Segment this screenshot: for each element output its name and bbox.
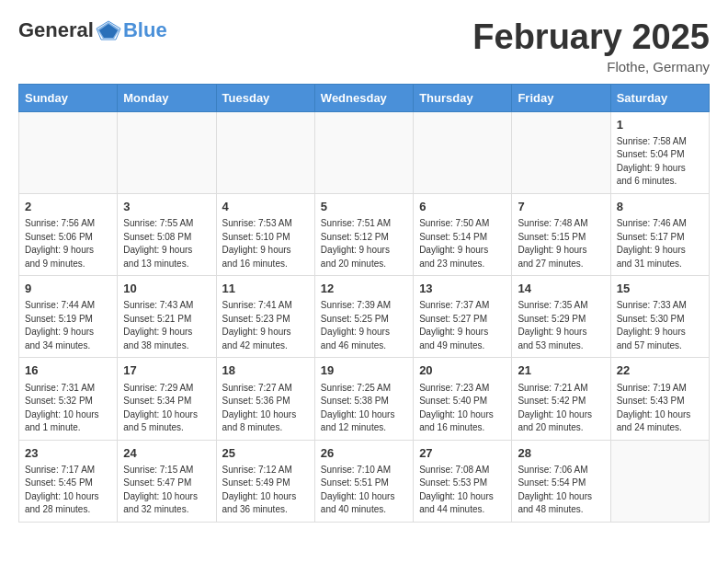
calendar-cell: 20Sunrise: 7:23 AM Sunset: 5:40 PM Dayli… [414,358,512,440]
day-info: Sunrise: 7:35 AM Sunset: 5:29 PM Dayligh… [518,299,604,352]
calendar-cell: 16Sunrise: 7:31 AM Sunset: 5:32 PM Dayli… [19,358,118,440]
day-info: Sunrise: 7:56 AM Sunset: 5:06 PM Dayligh… [25,217,111,270]
day-number: 11 [222,281,309,297]
calendar-cell: 8Sunrise: 7:46 AM Sunset: 5:17 PM Daylig… [610,193,709,275]
calendar-cell: 24Sunrise: 7:15 AM Sunset: 5:47 PM Dayli… [118,440,216,522]
day-number: 10 [123,281,210,297]
day-info: Sunrise: 7:12 AM Sunset: 5:49 PM Dayligh… [222,464,309,517]
calendar-header-row: SundayMondayTuesdayWednesdayThursdayFrid… [19,84,710,111]
calendar-cell: 7Sunrise: 7:48 AM Sunset: 5:15 PM Daylig… [512,193,610,275]
calendar-week-row: 16Sunrise: 7:31 AM Sunset: 5:32 PM Dayli… [19,358,710,440]
day-number: 5 [321,199,407,215]
calendar-cell: 4Sunrise: 7:53 AM Sunset: 5:10 PM Daylig… [216,193,314,275]
weekday-header-sunday: Sunday [19,84,118,111]
day-number: 26 [321,445,407,462]
day-number: 8 [617,199,703,215]
day-number: 28 [518,445,604,462]
calendar-cell: 18Sunrise: 7:27 AM Sunset: 5:36 PM Dayli… [216,358,314,440]
day-info: Sunrise: 7:33 AM Sunset: 5:30 PM Dayligh… [617,299,703,352]
weekday-header-thursday: Thursday [414,84,512,111]
day-number: 1 [617,117,703,133]
calendar-week-row: 1Sunrise: 7:58 AM Sunset: 5:04 PM Daylig… [19,111,710,193]
calendar-cell: 26Sunrise: 7:10 AM Sunset: 5:51 PM Dayli… [314,440,413,522]
day-info: Sunrise: 7:46 AM Sunset: 5:17 PM Dayligh… [617,217,703,270]
month-title: February 2025 [472,18,710,57]
calendar-cell: 19Sunrise: 7:25 AM Sunset: 5:38 PM Dayli… [314,358,413,440]
day-number: 23 [25,445,111,462]
day-number: 16 [25,362,111,379]
day-info: Sunrise: 7:08 AM Sunset: 5:53 PM Dayligh… [419,464,506,517]
calendar-cell: 15Sunrise: 7:33 AM Sunset: 5:30 PM Dayli… [610,276,709,358]
calendar-cell: 10Sunrise: 7:43 AM Sunset: 5:21 PM Dayli… [118,276,216,358]
calendar-cell: 2Sunrise: 7:56 AM Sunset: 5:06 PM Daylig… [19,193,118,275]
calendar-cell: 9Sunrise: 7:44 AM Sunset: 5:19 PM Daylig… [19,276,118,358]
location: Flothe, Germany [472,59,710,75]
calendar-cell [414,111,512,193]
day-info: Sunrise: 7:37 AM Sunset: 5:27 PM Dayligh… [419,299,506,352]
day-info: Sunrise: 7:29 AM Sunset: 5:34 PM Dayligh… [123,382,210,435]
calendar-cell: 17Sunrise: 7:29 AM Sunset: 5:34 PM Dayli… [118,358,216,440]
day-number: 25 [222,445,309,462]
calendar-week-row: 23Sunrise: 7:17 AM Sunset: 5:45 PM Dayli… [19,440,710,522]
day-info: Sunrise: 7:39 AM Sunset: 5:25 PM Dayligh… [321,299,407,352]
day-info: Sunrise: 7:19 AM Sunset: 5:43 PM Dayligh… [617,382,703,435]
calendar-cell: 27Sunrise: 7:08 AM Sunset: 5:53 PM Dayli… [414,440,512,522]
day-info: Sunrise: 7:55 AM Sunset: 5:08 PM Dayligh… [123,217,210,270]
logo-icon [96,20,121,40]
day-info: Sunrise: 7:41 AM Sunset: 5:23 PM Dayligh… [222,299,309,352]
calendar-cell: 22Sunrise: 7:19 AM Sunset: 5:43 PM Dayli… [610,358,709,440]
calendar-cell: 3Sunrise: 7:55 AM Sunset: 5:08 PM Daylig… [118,193,216,275]
calendar-cell: 13Sunrise: 7:37 AM Sunset: 5:27 PM Dayli… [414,276,512,358]
weekday-header-saturday: Saturday [610,84,709,111]
day-info: Sunrise: 7:27 AM Sunset: 5:36 PM Dayligh… [222,382,309,435]
weekday-header-wednesday: Wednesday [314,84,413,111]
day-number: 19 [321,362,407,379]
day-number: 3 [123,199,210,215]
day-info: Sunrise: 7:58 AM Sunset: 5:04 PM Dayligh… [617,135,703,189]
weekday-header-monday: Monday [118,84,216,111]
weekday-header-friday: Friday [512,84,610,111]
day-number: 14 [518,281,604,297]
day-info: Sunrise: 7:15 AM Sunset: 5:47 PM Dayligh… [123,464,210,517]
day-number: 6 [419,199,506,215]
calendar-cell [118,111,216,193]
day-info: Sunrise: 7:50 AM Sunset: 5:14 PM Dayligh… [419,217,506,270]
day-number: 22 [617,362,703,379]
logo-general: General [18,18,94,42]
calendar-cell: 6Sunrise: 7:50 AM Sunset: 5:14 PM Daylig… [414,193,512,275]
calendar-cell: 23Sunrise: 7:17 AM Sunset: 5:45 PM Dayli… [19,440,118,522]
calendar-week-row: 2Sunrise: 7:56 AM Sunset: 5:06 PM Daylig… [19,193,710,275]
day-info: Sunrise: 7:43 AM Sunset: 5:21 PM Dayligh… [123,299,210,352]
calendar-cell: 21Sunrise: 7:21 AM Sunset: 5:42 PM Dayli… [512,358,610,440]
calendar-cell: 25Sunrise: 7:12 AM Sunset: 5:49 PM Dayli… [216,440,314,522]
calendar-cell: 5Sunrise: 7:51 AM Sunset: 5:12 PM Daylig… [314,193,413,275]
calendar-cell: 12Sunrise: 7:39 AM Sunset: 5:25 PM Dayli… [314,276,413,358]
day-info: Sunrise: 7:23 AM Sunset: 5:40 PM Dayligh… [419,382,506,435]
calendar-cell: 11Sunrise: 7:41 AM Sunset: 5:23 PM Dayli… [216,276,314,358]
day-info: Sunrise: 7:31 AM Sunset: 5:32 PM Dayligh… [25,382,111,435]
day-number: 13 [419,281,506,297]
day-number: 2 [25,199,111,215]
day-info: Sunrise: 7:44 AM Sunset: 5:19 PM Dayligh… [25,299,111,352]
day-info: Sunrise: 7:06 AM Sunset: 5:54 PM Dayligh… [518,464,604,517]
weekday-header-tuesday: Tuesday [216,84,314,111]
day-number: 15 [617,281,703,297]
day-number: 18 [222,362,309,379]
day-number: 21 [518,362,604,379]
calendar-cell [19,111,118,193]
day-number: 9 [25,281,111,297]
day-number: 27 [419,445,506,462]
day-number: 24 [123,445,210,462]
calendar-week-row: 9Sunrise: 7:44 AM Sunset: 5:19 PM Daylig… [19,276,710,358]
logo-blue: Blue [123,18,167,42]
calendar-cell [610,440,709,522]
calendar-cell [314,111,413,193]
calendar-cell: 1Sunrise: 7:58 AM Sunset: 5:04 PM Daylig… [610,111,709,193]
day-info: Sunrise: 7:51 AM Sunset: 5:12 PM Dayligh… [321,217,407,270]
logo: General Blue [18,18,167,42]
day-number: 20 [419,362,506,379]
day-info: Sunrise: 7:53 AM Sunset: 5:10 PM Dayligh… [222,217,309,270]
calendar-cell: 28Sunrise: 7:06 AM Sunset: 5:54 PM Dayli… [512,440,610,522]
calendar-cell [512,111,610,193]
day-info: Sunrise: 7:10 AM Sunset: 5:51 PM Dayligh… [321,464,407,517]
